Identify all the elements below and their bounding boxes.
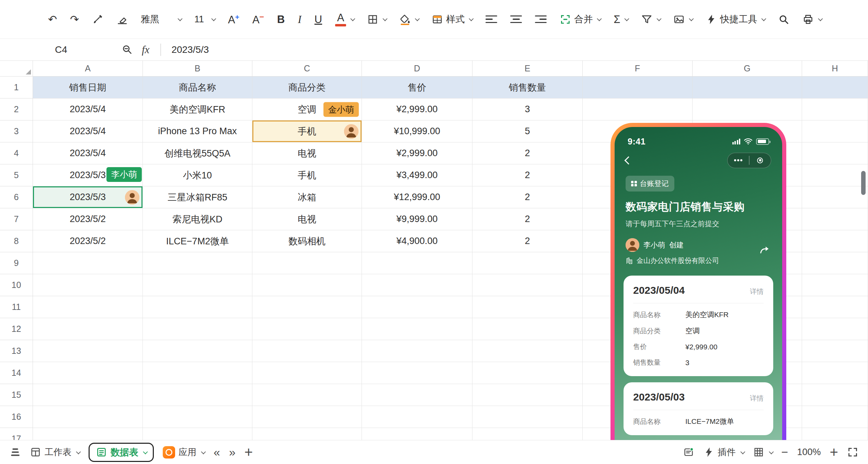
- cell-C1[interactable]: 商品分类: [252, 77, 362, 98]
- cell-D7[interactable]: ¥9,999.00: [362, 208, 472, 230]
- cell-H14[interactable]: [802, 362, 868, 384]
- row-header-12[interactable]: 12: [0, 318, 33, 340]
- cell-H1[interactable]: [802, 77, 868, 98]
- column-header-C[interactable]: C: [252, 61, 362, 77]
- row-header-15[interactable]: 15: [0, 384, 33, 406]
- cell-H6[interactable]: [802, 186, 868, 208]
- app-tab[interactable]: 应用: [163, 446, 205, 459]
- cell-B1[interactable]: 商品名称: [143, 77, 252, 98]
- cell-E7[interactable]: 2: [472, 208, 583, 230]
- undo-button[interactable]: ↶: [44, 11, 61, 28]
- column-header-H[interactable]: H: [802, 61, 868, 77]
- underline-button[interactable]: U: [310, 11, 326, 28]
- cell-H5[interactable]: [802, 164, 868, 186]
- cell-A14[interactable]: [33, 362, 143, 384]
- row-header-17[interactable]: 17: [0, 428, 33, 440]
- row-header-14[interactable]: 14: [0, 362, 33, 384]
- cell-B6[interactable]: 三星冰箱RF85: [143, 186, 252, 208]
- row-header-9[interactable]: 9: [0, 252, 33, 274]
- align-center-button[interactable]: [506, 12, 526, 27]
- cell-C14[interactable]: [252, 362, 362, 384]
- cell-D9[interactable]: [362, 252, 472, 274]
- cell-C15[interactable]: [252, 384, 362, 406]
- zoom-out-button[interactable]: −: [781, 445, 788, 459]
- zoom-selection-icon[interactable]: [122, 44, 133, 55]
- cell-C3[interactable]: 手机: [252, 120, 362, 142]
- cell-H16[interactable]: [802, 406, 868, 428]
- cell-C9[interactable]: [252, 252, 362, 274]
- column-header-A[interactable]: A: [33, 61, 143, 77]
- cell-E1[interactable]: 销售数量: [472, 77, 583, 98]
- cell-D10[interactable]: [362, 274, 472, 296]
- column-header-D[interactable]: D: [362, 61, 472, 77]
- row-header-1[interactable]: 1: [0, 77, 33, 98]
- cell-A8[interactable]: 2023/5/2: [33, 230, 143, 252]
- cell-A6[interactable]: 2023/5/3: [33, 186, 143, 208]
- close-target-icon[interactable]: [750, 158, 771, 163]
- column-header-B[interactable]: B: [143, 61, 252, 77]
- fx-label[interactable]: fx: [142, 44, 149, 56]
- cell-A12[interactable]: [33, 318, 143, 340]
- cell-A15[interactable]: [33, 384, 143, 406]
- cell-E4[interactable]: 2: [472, 142, 583, 164]
- cell-A1[interactable]: 销售日期: [33, 77, 143, 98]
- cell-E15[interactable]: [472, 384, 583, 406]
- cell-B14[interactable]: [143, 362, 252, 384]
- name-box[interactable]: C4: [45, 44, 78, 55]
- cell-B7[interactable]: 索尼电视KD: [143, 208, 252, 230]
- cell-D2[interactable]: ¥2,999.00: [362, 98, 472, 120]
- cell-D13[interactable]: [362, 340, 472, 362]
- cell-A5[interactable]: 2023/5/3李小萌: [33, 164, 143, 186]
- cell-B5[interactable]: 小米10: [143, 164, 252, 186]
- cell-D14[interactable]: [362, 362, 472, 384]
- fill-color-button[interactable]: [395, 10, 423, 28]
- form-view-button[interactable]: [683, 446, 694, 458]
- cell-A10[interactable]: [33, 274, 143, 296]
- redo-button[interactable]: ↷: [66, 11, 83, 28]
- row-header-5[interactable]: 5: [0, 164, 33, 186]
- cell-C13[interactable]: [252, 340, 362, 362]
- zoom-level[interactable]: 100%: [797, 447, 821, 457]
- cell-D1[interactable]: 售价: [362, 77, 472, 98]
- cell-D4[interactable]: ¥2,999.00: [362, 142, 472, 164]
- cell-B16[interactable]: [143, 406, 252, 428]
- vertical-scrollbar[interactable]: [861, 171, 866, 195]
- cell-B9[interactable]: [143, 252, 252, 274]
- cell-H9[interactable]: [802, 252, 868, 274]
- cell-C4[interactable]: 电视: [252, 142, 362, 164]
- column-header-E[interactable]: E: [472, 61, 583, 77]
- fullscreen-icon[interactable]: [847, 446, 858, 458]
- row-header-3[interactable]: 3: [0, 120, 33, 142]
- zoom-in-button[interactable]: +: [830, 445, 838, 460]
- formula-value[interactable]: 2023/5/3: [171, 44, 209, 55]
- cell-C16[interactable]: [252, 406, 362, 428]
- cell-B10[interactable]: [143, 274, 252, 296]
- font-name-select[interactable]: 雅黑: [137, 10, 185, 29]
- add-sheet-button[interactable]: +: [244, 445, 253, 460]
- cell-E17[interactable]: [472, 428, 583, 440]
- cell-H3[interactable]: [802, 120, 868, 142]
- cell-E14[interactable]: [472, 362, 583, 384]
- more-options-icon[interactable]: [728, 159, 749, 161]
- merge-cells-button[interactable]: 合并: [556, 10, 605, 29]
- format-painter-button[interactable]: [88, 10, 107, 28]
- cell-A17[interactable]: [33, 428, 143, 440]
- cell-C11[interactable]: [252, 296, 362, 318]
- column-header-F[interactable]: F: [583, 61, 693, 77]
- cell-A4[interactable]: 2023/5/4: [33, 142, 143, 164]
- cell-D6[interactable]: ¥12,999.00: [362, 186, 472, 208]
- share-icon[interactable]: [759, 244, 770, 255]
- bold-button[interactable]: B: [273, 11, 289, 28]
- cell-A3[interactable]: 2023/5/4: [33, 120, 143, 142]
- print-button[interactable]: [798, 10, 826, 28]
- column-header-G[interactable]: G: [693, 61, 802, 77]
- cell-A13[interactable]: [33, 340, 143, 362]
- cell-D17[interactable]: [362, 428, 472, 440]
- borders-button[interactable]: [363, 10, 390, 28]
- cell-A11[interactable]: [33, 296, 143, 318]
- cell-G2[interactable]: [693, 98, 802, 120]
- cell-H10[interactable]: [802, 274, 868, 296]
- row-header-11[interactable]: 11: [0, 296, 33, 318]
- cell-B4[interactable]: 创维电视55Q5A: [143, 142, 252, 164]
- filter-button[interactable]: [637, 10, 664, 28]
